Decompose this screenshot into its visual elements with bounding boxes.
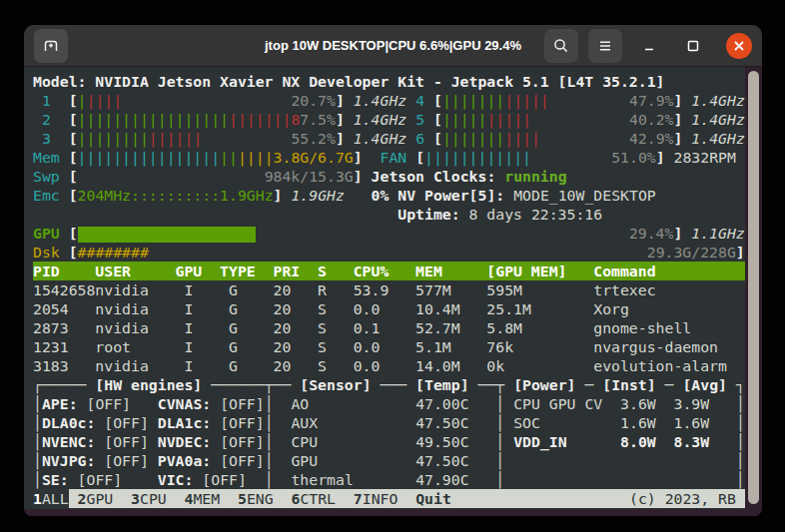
nvenc-status: [OFF] [104,433,149,450]
dla0c-label: DLA0c: [42,414,95,431]
close-button[interactable] [726,33,752,59]
text-segment: │ [265,414,274,431]
menu-tab-info[interactable]: 7 [354,490,363,507]
menu-tab-cpu[interactable]: CPU [140,490,185,507]
minimize-button[interactable] [632,29,666,63]
text-segment [149,414,158,431]
text-segment: [ [69,225,78,242]
text-segment: │ [495,414,504,431]
cpu5-freq: 1.4GHz [691,111,744,128]
text-segment: ] [674,111,692,128]
menu-quit[interactable]: Quit [415,490,451,507]
menu-tab-all[interactable]: 1 [33,489,42,508]
text-segment [736,149,745,166]
text-segment [345,187,372,204]
menu-tab-all[interactable]: ALL [42,489,69,508]
close-icon [733,40,745,52]
text-segment [495,168,504,185]
emc-percent: 0% [372,187,390,204]
cpu1-usage: 20.7% [291,92,336,109]
cpu6-label: 6 [406,130,433,147]
disk-usage: 29.3G/228G [647,244,736,261]
text-segment [33,206,397,223]
mem-usage: 3.8G/6.7G [274,149,354,166]
menu-button[interactable] [588,29,622,63]
text-segment: │ [33,452,42,469]
menu-tab-mem[interactable]: MEM [193,490,238,507]
power-vdd-in-avg: 8.3W [674,433,710,450]
scrollbar[interactable] [745,67,762,516]
text-segment [95,452,104,469]
text-segment: ] [736,244,745,261]
panel-row-1: │APE: [OFF] CVNAS: [OFF]│ AO 47.00C │ CP… [33,394,745,413]
cpu5-usage: 40.2% [629,111,674,128]
mem-label: Mem [33,149,69,166]
menu-tab-eng[interactable]: 5 [238,490,247,507]
ape-status: [OFF] [86,395,131,412]
text-segment [211,395,220,412]
menu-tab-gpu[interactable]: 2 [78,490,87,507]
sensor-gpu: GPU 47.50C [274,452,496,469]
text-segment: │ [33,433,42,450]
cpu3-bar-user: |||||||| [78,130,149,147]
text-segment [202,130,291,147]
cpu3-cpu6-line: 3 [|||||||||||||| 55.2%] 1.4GHz 6 [|||||… [33,129,745,148]
new-tab-button[interactable] [34,29,68,63]
text-segment: [ [69,187,78,204]
pva0a-status: [OFF] [220,452,265,469]
text-segment: [ [415,149,424,166]
mem-bar: |||||||||||||||| [78,149,221,166]
text-segment [95,414,104,431]
text-segment: ────── [202,376,264,393]
menu-bar-row[interactable]: 1ALL 2GPU 3CPU 4MEM 5ENG 6CTRL 7INFO Qui… [33,489,745,508]
text-segment [567,433,620,450]
process-row-text: 2054 nvidia I G 20 S 0.0 10.4M 25.1M Xor… [33,300,745,317]
text-segment: ] [336,111,354,128]
menu-tab-cpu[interactable]: 3 [131,490,140,507]
menu-tab-gpu[interactable]: GPU [87,490,132,507]
disk-bar: ######## [78,244,149,261]
maximize-button[interactable] [676,29,710,63]
text-segment: ─ [576,376,603,393]
text-segment [363,149,381,166]
search-icon [552,37,570,55]
cpu2-label: 2 [33,111,69,128]
text-segment: │ [265,452,274,469]
text-segment: ] [656,149,674,166]
cpu2-bar-user: ||||||||||||||||| [78,111,229,128]
process-row-xorg: 2054 nvidia I G 20 S 0.0 10.4M 25.1M Xor… [33,299,745,318]
text-segment [211,452,220,469]
emc-label: Emc [33,187,69,204]
emc-freq: 1.9GHz [291,187,344,204]
power-soc-label: SOC [504,414,540,431]
scrollbar-thumb[interactable] [748,71,759,504]
copyright-text: (c) 2023, RB [629,490,736,507]
swap-label: Swp [33,168,69,185]
text-segment: ─ [656,376,683,393]
terminal-output[interactable]: Model: NVIDIA Jetson Xavier NX Developer… [24,67,745,509]
sensor-thermal: thermal 47.90C [274,471,496,488]
text-segment: ] [674,92,692,109]
menu-tab-eng[interactable]: ENG [247,490,292,507]
text-segment [656,433,674,450]
text-segment: [ [69,92,78,109]
cpu6-freq: 1.4GHz [691,130,744,147]
text-segment [95,433,104,450]
text-segment: │ [504,452,745,469]
text-segment [211,414,220,431]
titlebar-controls [544,29,752,63]
hw-engines-title: [HW engines] [95,376,202,393]
se-label: SE: [42,471,69,488]
text-segment [504,376,513,393]
panel-row-3: │NVENC: [OFF] NVDEC: [OFF]│ CPU 49.50C │… [33,432,745,451]
menu-tab-info[interactable]: INFO [363,490,415,507]
temp-title: [Temp] [415,376,468,393]
text-segment [149,244,647,261]
menu-tab-ctrl[interactable]: CTRL [300,490,353,507]
text-segment: │ [265,395,274,412]
cpu2-freq: 1.4GHz [354,111,406,128]
power-soc-avg: 1.6W [674,414,710,431]
search-button[interactable] [544,29,578,63]
text-segment [131,395,158,412]
cpu4-usage: 47.9% [629,92,674,109]
